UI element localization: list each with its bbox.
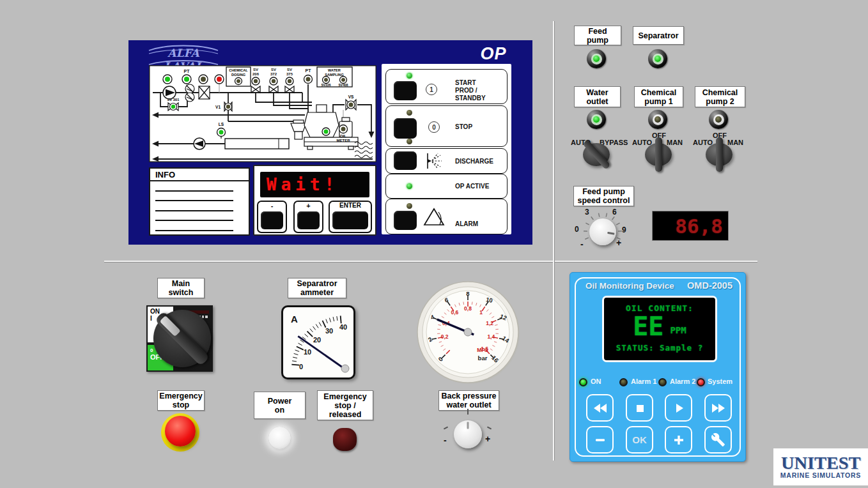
speed-minus-label: - (580, 239, 584, 249)
omd-stop-button[interactable] (626, 394, 653, 422)
omd-on-led (579, 378, 587, 386)
omd-status: STATUS: Sample ? (616, 343, 703, 353)
svg-text:0,6: 0,6 (451, 309, 458, 316)
start-led (407, 73, 412, 79)
bp-minus-label: - (444, 435, 447, 445)
stop-led-top (407, 110, 412, 116)
water-outlet-lamp (587, 110, 606, 129)
main-switch-knob[interactable] (153, 310, 211, 367)
switch3-handle (716, 137, 723, 172)
back-pressure-label: Back pressurewater outlet (438, 390, 499, 411)
stop-button[interactable] (394, 118, 417, 139)
op-active-label: OP ACTIVE (455, 183, 489, 190)
svg-text:SV: SV (271, 68, 276, 72)
chemical-pump2-lamp (709, 110, 728, 129)
omd-unit: PPM (670, 325, 686, 335)
discharge-label: DISCHARGE (455, 158, 493, 165)
svg-text:1: 1 (479, 309, 483, 316)
process-diagram: PT CHEMICAL DOSING SV 206 SV 372 SV 375 … (149, 65, 376, 162)
feed-pump-label: Feedpump (574, 26, 621, 45)
spray-icon (424, 152, 444, 170)
enter-key[interactable]: ENTER (329, 201, 372, 233)
info-line (155, 210, 233, 211)
bp-knob-top-tick (467, 409, 469, 415)
svg-text:40: 40 (339, 323, 347, 331)
svg-text:MPa: MPa (477, 347, 488, 353)
svg-text:V1: V1 (215, 105, 221, 109)
stop-led-bottom (407, 139, 412, 144)
svg-text:20: 20 (313, 336, 321, 344)
svg-text:bar: bar (478, 355, 488, 362)
svg-text:SAMPLING: SAMPLING (325, 73, 344, 77)
water-outlet-label: Wateroutlet (574, 86, 621, 107)
svg-text:OIL: OIL (340, 134, 346, 138)
omd-play-button[interactable] (665, 394, 692, 422)
omd-system-label: System (708, 377, 732, 385)
op-display-unit: Wait! - + ENTER (253, 165, 376, 236)
omd-rewind-button[interactable] (586, 394, 614, 422)
plus-key[interactable]: + (293, 201, 323, 233)
svg-text:372: 372 (270, 72, 277, 76)
omd-ok-label: OK (632, 434, 647, 445)
omd-forward-button[interactable] (704, 394, 732, 422)
svg-text:1,4: 1,4 (487, 333, 495, 340)
info-title: INFO (150, 169, 249, 181)
ammeter-face: A 0 10 20 30 40 (283, 307, 353, 377)
speed-tick-3: 3 (585, 208, 589, 217)
op-panel: OP ALFA LAVAL (128, 40, 532, 245)
minus-key[interactable]: - (257, 201, 287, 233)
speed-tick-9: 9 (622, 225, 626, 234)
emergency-released-label: Emergencystop /released (317, 390, 373, 420)
op-button-column: 1 STARTPROD / STANDBY 0 STOP (382, 64, 511, 234)
power-on-lamp (268, 427, 291, 449)
start-row: 1 STARTPROD / STANDBY (385, 69, 508, 104)
alarm-button[interactable] (394, 211, 417, 230)
rewind-icon (593, 400, 608, 416)
omd-alarm1-led (619, 378, 628, 386)
omd-ok-button[interactable]: OK (626, 426, 653, 454)
alarm-row: ALARM (385, 199, 508, 234)
omd-title: Oil Monitoring Device (585, 281, 674, 291)
switch2-auto-label: AUTO (632, 139, 652, 146)
omd-settings-button[interactable] (704, 426, 732, 454)
bp-knob-right-tick (487, 426, 492, 429)
omd-minus-button[interactable] (586, 426, 614, 454)
omd-plus-button[interactable] (665, 426, 692, 454)
back-pressure-knob[interactable] (454, 420, 482, 448)
bp-knob-left-tick (444, 426, 448, 429)
svg-text:SV226: SV226 (321, 83, 330, 87)
feed-pump-speed-knob[interactable] (589, 218, 616, 245)
svg-text:METER: METER (337, 139, 351, 142)
svg-text:10: 10 (485, 296, 493, 304)
svg-text:30: 30 (325, 327, 333, 335)
chemical-pump1-lamp (648, 110, 667, 129)
zero-circle-icon: 0 (428, 121, 440, 133)
water-outlet-switch[interactable] (583, 143, 610, 166)
unitest-logo-name: UNITEST (781, 455, 860, 471)
emergency-released-lamp (333, 428, 357, 451)
play-icon (671, 400, 686, 416)
speed-readout-value: 86,8 (675, 215, 728, 238)
one-circle-icon: 1 (426, 84, 437, 95)
stop-row: 0 STOP (385, 105, 508, 147)
minus-key-label: - (258, 202, 286, 210)
chemical-pump2-switch[interactable] (706, 143, 732, 166)
emergency-stop-button[interactable] (165, 416, 196, 446)
svg-text:DOSING: DOSING (231, 73, 245, 77)
switch3-auto-label: AUTO (693, 139, 713, 146)
discharge-button[interactable] (394, 151, 417, 170)
svg-text:LS: LS (219, 122, 224, 126)
enter-key-pad (332, 211, 368, 229)
omd-alarm2-led (658, 378, 667, 386)
separator-label: Separatror (633, 26, 684, 45)
plus-key-label: + (295, 202, 322, 210)
alarm-label: ALARM (455, 220, 478, 228)
main-switch[interactable]: ONI 0 OFF (146, 305, 213, 372)
svg-text:375: 375 (286, 72, 293, 76)
start-button[interactable] (394, 81, 417, 100)
chemical-pump1-switch[interactable] (645, 143, 672, 166)
svg-text:SV 301: SV 301 (167, 98, 180, 102)
omd-on-label: ON (591, 377, 601, 385)
unitest-logo: UNITEST MARINE SIMULATORS (773, 448, 868, 485)
svg-text:10: 10 (304, 348, 311, 356)
